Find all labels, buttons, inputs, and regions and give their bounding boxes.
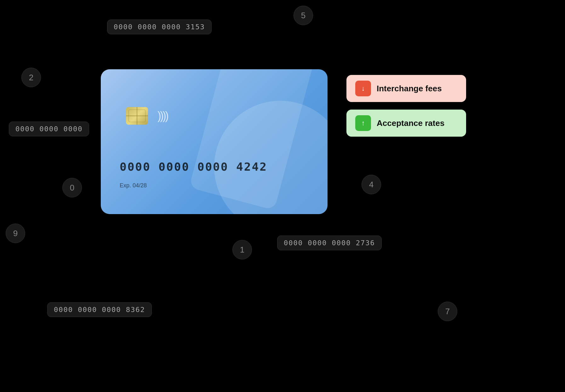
contactless-icon: )))) xyxy=(157,109,168,122)
circle-2: 2 xyxy=(21,68,41,87)
fees-down-arrow-icon: ↓ xyxy=(355,81,371,96)
circle-0: 0 xyxy=(62,178,82,197)
card-expiry: Exp. 04/28 xyxy=(120,182,147,189)
circle-7: 7 xyxy=(438,302,457,321)
floating-card-number-1: 0000 0000 0000 3153 xyxy=(107,20,212,34)
floating-card-number-2: 0000 0000 0000 xyxy=(9,122,89,136)
interchange-fees-badge: ↓ Interchange fees xyxy=(346,75,466,102)
floating-card-number-3: 0000 0000 0000 2736 xyxy=(277,236,382,250)
credit-card: )))) 0000 0000 0000 4242 Exp. 04/28 xyxy=(101,69,328,214)
circle-1: 1 xyxy=(232,240,252,259)
circle-5: 5 xyxy=(294,6,313,25)
card-number: 0000 0000 0000 4242 xyxy=(120,160,267,173)
chip-icon xyxy=(126,107,148,125)
rates-up-arrow-icon: ↑ xyxy=(355,115,371,131)
circle-4: 4 xyxy=(362,175,381,194)
circle-9: 9 xyxy=(6,224,25,243)
fees-label: Interchange fees xyxy=(377,84,442,94)
floating-card-number-4: 0000 0000 0000 8362 xyxy=(47,302,152,317)
rates-label: Acceptance rates xyxy=(377,118,444,128)
acceptance-rates-badge: ↑ Acceptance rates xyxy=(346,110,466,137)
